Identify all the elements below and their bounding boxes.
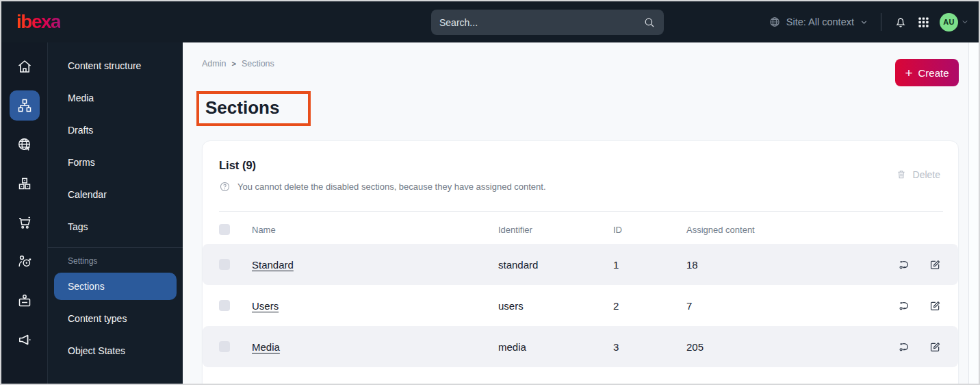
row-checkbox[interactable] (219, 259, 230, 270)
row-checkbox[interactable] (219, 300, 230, 311)
apps-grid-icon[interactable] (917, 16, 930, 29)
select-all-checkbox[interactable] (219, 224, 230, 235)
global-search[interactable] (431, 10, 664, 35)
page-title: Sections (205, 98, 279, 118)
sidebar-item-home[interactable] (10, 51, 40, 82)
section-assigned-content: 205 (686, 341, 879, 353)
app-window: ibexa Site: All context (0, 0, 980, 385)
plus-icon: + (905, 66, 912, 79)
sidebar-item-content-structure[interactable] (10, 90, 40, 121)
menu-settings-label: Settings (54, 256, 177, 266)
table-row: Users users 2 7 (203, 285, 958, 326)
menu-item-drafts[interactable]: Drafts (54, 116, 177, 144)
breadcrumb-current: Sections (242, 59, 274, 69)
menu-item-tags[interactable]: Tags (54, 213, 177, 240)
section-identifier: standard (498, 259, 613, 271)
breadcrumb-separator: > (231, 60, 235, 68)
list-hint: You cannot delete the disabled sections,… (219, 181, 546, 192)
chevron-down-icon (961, 18, 969, 26)
edit-button[interactable] (929, 340, 942, 353)
section-identifier: media (498, 341, 613, 353)
edit-button[interactable] (929, 299, 942, 312)
edit-button[interactable] (929, 258, 942, 271)
table-body: Standard standard 1 18 Users users 2 7 (203, 244, 958, 367)
section-assigned-content: 18 (686, 259, 879, 271)
site-context-selector[interactable]: Site: All context (769, 16, 868, 28)
sidebar-item-site[interactable] (10, 129, 40, 160)
section-name-link[interactable]: Media (252, 341, 280, 353)
boxes-icon (16, 175, 33, 192)
menu-item-sections[interactable]: Sections (54, 273, 177, 300)
avatar[interactable]: AU (940, 13, 958, 32)
create-button-label: Create (918, 67, 949, 79)
menu-item-calendar[interactable]: Calendar (54, 181, 177, 208)
section-assigned-content: 7 (686, 300, 879, 312)
list-title: List (9) (219, 159, 256, 172)
home-icon (16, 58, 33, 75)
menu-item-forms[interactable]: Forms (54, 149, 177, 176)
card-divider (219, 211, 943, 212)
col-id: ID (613, 225, 686, 235)
section-id: 1 (613, 259, 686, 271)
col-identifier: Identifier (498, 225, 613, 235)
sidebar-item-personalization[interactable] (10, 247, 40, 277)
scrollbar-gutter[interactable] (968, 42, 980, 385)
breadcrumb: Admin > Sections (202, 59, 274, 69)
annotation-highlight-box: Sections (196, 91, 311, 126)
assign-content-button[interactable] (898, 258, 911, 271)
section-id: 2 (613, 300, 686, 312)
megaphone-icon (16, 332, 33, 348)
sidebar-item-product-catalog[interactable] (10, 169, 40, 199)
assign-content-button[interactable] (898, 340, 911, 353)
table-row: Media media 3 205 (203, 326, 958, 367)
site-context-label: Site: All context (786, 16, 854, 27)
section-name-link[interactable]: Standard (252, 259, 294, 271)
person-target-icon (16, 253, 33, 270)
secondary-menu: Content structure Media Drafts Forms Cal… (48, 42, 183, 385)
content-tree-icon (16, 97, 33, 114)
site-globe-cursor-icon (16, 136, 33, 153)
table-row: Standard standard 1 18 (203, 244, 958, 285)
list-hint-text: You cannot delete the disabled sections,… (237, 182, 546, 192)
cart-icon (16, 214, 33, 231)
sidebar-item-commerce[interactable] (10, 208, 40, 238)
section-id: 3 (613, 341, 686, 353)
trash-icon (896, 169, 907, 180)
delete-button[interactable]: Delete (896, 169, 940, 180)
id-badge-icon (16, 293, 33, 309)
icon-rail (1, 42, 48, 385)
section-name-link[interactable]: Users (252, 300, 279, 312)
sidebar-item-campaign[interactable] (10, 325, 40, 355)
search-input[interactable] (439, 17, 643, 28)
ibexa-logo: ibexa (16, 11, 60, 33)
sidebar-item-corporate[interactable] (10, 286, 40, 316)
col-name: Name (252, 225, 498, 235)
breadcrumb-admin[interactable]: Admin (202, 59, 226, 69)
main-content: Admin > Sections Sections + Create List … (183, 42, 980, 385)
menu-item-content-types[interactable]: Content types (54, 305, 177, 332)
section-identifier: users (498, 300, 613, 312)
chevron-down-icon (860, 18, 868, 27)
sections-list-card: List (9) You cannot delete the disabled … (202, 140, 959, 385)
table-header: Name Identifier ID Assigned content (203, 216, 958, 243)
assign-content-button[interactable] (898, 299, 911, 312)
help-circle-icon (219, 181, 231, 192)
row-checkbox[interactable] (219, 341, 230, 352)
menu-item-media[interactable]: Media (54, 84, 177, 112)
create-button[interactable]: + Create (895, 59, 959, 86)
topbar-divider (881, 13, 881, 31)
col-assigned: Assigned content (686, 225, 879, 235)
globe-icon (769, 16, 781, 28)
menu-item-content-structure[interactable]: Content structure (54, 52, 177, 79)
user-menu[interactable]: AU (940, 13, 969, 32)
notifications-bell-icon[interactable] (894, 15, 907, 29)
topbar: ibexa Site: All context (1, 1, 979, 42)
menu-divider (48, 247, 183, 248)
delete-button-label: Delete (913, 169, 940, 180)
search-icon[interactable] (643, 16, 656, 29)
menu-item-object-states[interactable]: Object States (54, 337, 177, 364)
